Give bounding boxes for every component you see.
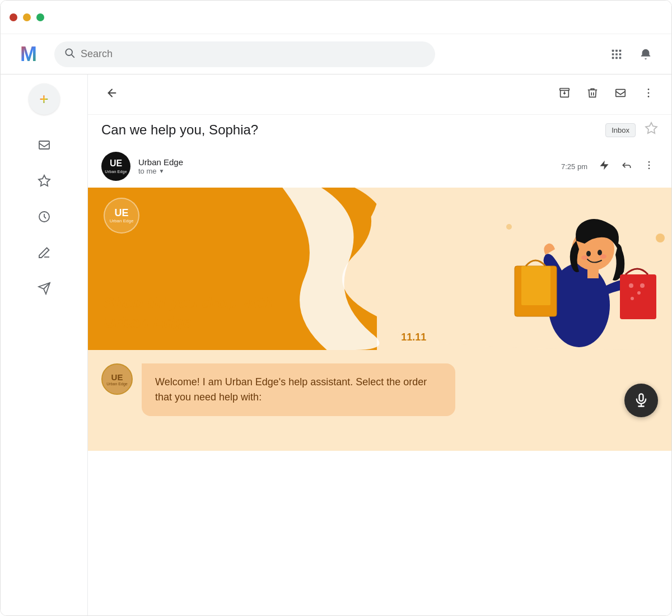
compose-icon: + [39, 90, 48, 108]
star-button[interactable] [645, 122, 658, 138]
svg-point-31 [598, 250, 602, 255]
svg-point-41 [640, 283, 645, 288]
svg-point-33 [600, 254, 606, 259]
compose-button[interactable]: + [29, 83, 60, 115]
sidebar-item-snoozed[interactable] [32, 204, 57, 229]
sender-info: Urban Edge to me ▼ [138, 157, 553, 175]
lightning-button[interactable] [595, 156, 613, 177]
reply-button[interactable] [618, 156, 636, 177]
svg-point-22 [648, 96, 650, 97]
sidebar: + [1, 74, 87, 616]
delete-button[interactable] [583, 83, 602, 105]
svg-rect-37 [620, 274, 656, 319]
svg-point-40 [631, 297, 634, 300]
top-bar: M [1, 34, 671, 74]
svg-marker-24 [600, 160, 609, 170]
svg-point-25 [648, 161, 650, 162]
sidebar-item-sent[interactable] [32, 276, 57, 301]
svg-point-30 [586, 251, 591, 256]
email-banner: UE Urban Edge Shop till you drop with Ur… [88, 188, 671, 350]
back-button[interactable] [101, 85, 123, 105]
svg-point-0 [66, 49, 72, 55]
svg-rect-5 [612, 53, 614, 55]
chat-avatar-ue: UE [111, 373, 123, 381]
gmail-m-letter: M [20, 43, 37, 66]
svg-rect-3 [615, 49, 618, 52]
svg-rect-7 [619, 53, 622, 55]
sender-to[interactable]: to me ▼ [138, 167, 553, 175]
svg-rect-34 [587, 267, 599, 278]
svg-rect-19 [616, 90, 626, 97]
notifications-button[interactable] [633, 42, 658, 67]
mark-unread-button[interactable] [611, 83, 630, 105]
svg-rect-2 [612, 49, 614, 52]
close-button[interactable] [10, 13, 17, 21]
chat-section: UE Urban Edge Welcome! I am Urban Edge's… [88, 350, 671, 451]
gmail-logo: M [14, 40, 43, 69]
sidebar-item-starred[interactable] [32, 169, 57, 193]
svg-marker-23 [646, 123, 657, 133]
chevron-down-icon: ▼ [159, 168, 165, 174]
banner-logo: UE Urban Edge [104, 198, 139, 234]
banner-date: 11.11 [401, 332, 426, 343]
chat-message: Welcome! I am Urban Edge's help assistan… [155, 376, 427, 403]
sender-actions [595, 156, 658, 177]
svg-rect-17 [560, 88, 570, 91]
email-subject: Can we help you, Sophia? [101, 122, 596, 138]
sender-logo-ue: UE [105, 158, 127, 169]
maximize-button[interactable] [36, 13, 44, 21]
svg-point-27 [648, 167, 650, 169]
svg-point-39 [637, 291, 641, 295]
svg-point-42 [656, 234, 665, 242]
svg-rect-44 [640, 394, 643, 401]
svg-rect-4 [619, 49, 622, 52]
email-content: Can we help you, Sophia? Inbox UE Urban … [87, 74, 671, 616]
svg-rect-9 [615, 57, 618, 59]
banner-logo-ue-text: UE [114, 208, 128, 218]
apps-button[interactable] [604, 42, 629, 67]
chat-bubble: Welcome! I am Urban Edge's help assistan… [142, 363, 455, 416]
sidebar-icons [32, 133, 57, 301]
search-icon [64, 47, 75, 61]
archive-button[interactable] [555, 83, 574, 105]
main-layout: + [1, 74, 671, 616]
svg-point-21 [648, 92, 650, 94]
svg-marker-12 [39, 175, 50, 186]
chat-mic-button[interactable] [624, 384, 658, 417]
svg-point-32 [581, 255, 588, 260]
email-subject-row: Can we help you, Sophia? Inbox [88, 115, 671, 145]
svg-point-43 [506, 224, 512, 230]
svg-rect-6 [615, 53, 618, 55]
svg-rect-8 [612, 57, 614, 59]
top-bar-actions [604, 42, 658, 67]
sidebar-item-inbox[interactable] [32, 133, 57, 157]
svg-rect-10 [619, 57, 622, 59]
sender-logo-sub: Urban Edge [105, 170, 127, 174]
svg-rect-11 [39, 141, 49, 149]
email-time: 7:25 pm [561, 162, 587, 171]
inbox-badge: Inbox [605, 123, 636, 137]
svg-rect-36 [521, 266, 550, 305]
svg-point-20 [648, 88, 650, 90]
search-input[interactable] [81, 48, 426, 60]
banner-logo-sub-text: Urban Edge [110, 218, 134, 223]
banner-headline: Shop till you drop with Urban Edge [104, 293, 316, 332]
email-toolbar [88, 74, 671, 115]
sidebar-item-drafts[interactable] [32, 240, 57, 265]
title-bar [1, 1, 671, 34]
shopping-lady-illustration [481, 193, 671, 350]
sender-name: Urban Edge [138, 157, 553, 167]
sender-avatar: UE Urban Edge [101, 152, 130, 181]
svg-point-38 [629, 283, 633, 288]
svg-line-1 [72, 55, 74, 57]
more-button[interactable] [639, 83, 658, 105]
sender-row: UE Urban Edge Urban Edge to me ▼ 7:25 pm [88, 145, 671, 188]
minimize-button[interactable] [23, 13, 31, 21]
search-bar[interactable] [54, 41, 435, 67]
chat-avatar-sub: Urban Edge [106, 382, 127, 386]
svg-point-26 [648, 164, 650, 166]
chat-avatar: UE Urban Edge [101, 363, 133, 395]
sender-more-button[interactable] [640, 156, 658, 177]
